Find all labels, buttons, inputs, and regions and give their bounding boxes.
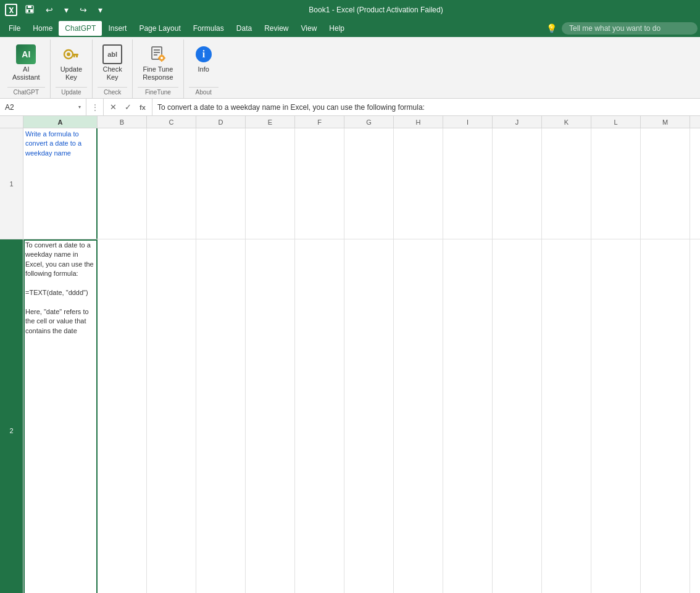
cell-m2[interactable]	[641, 239, 690, 593]
tune-icon	[148, 44, 168, 64]
ribbon-group-chatgpt: AI AI Assistant ChatGPT	[2, 39, 51, 98]
svg-point-15	[160, 57, 163, 59]
customize-button[interactable]: ▾	[94, 4, 106, 16]
name-box-arrow[interactable]: ▾	[78, 104, 81, 110]
ribbon: AI AI Assistant ChatGPT	[0, 37, 700, 99]
menu-chatgpt[interactable]: ChatGPT	[59, 21, 102, 36]
col-header-m[interactable]: M	[641, 116, 690, 128]
cell-l1[interactable]	[591, 128, 641, 239]
info-button[interactable]: i Info	[189, 42, 219, 76]
col-header-d[interactable]: D	[196, 116, 246, 128]
col-header-e[interactable]: E	[246, 116, 295, 128]
svg-rect-9	[73, 56, 75, 57]
undo-button[interactable]: ↩	[42, 4, 57, 16]
key-icon	[61, 44, 81, 64]
cell-j1[interactable]	[493, 128, 542, 239]
cell-k1[interactable]	[542, 128, 591, 239]
col-header-j[interactable]: J	[493, 116, 542, 128]
save-button[interactable]	[21, 3, 38, 17]
abc-icon: abl	[102, 44, 122, 64]
cell-d1[interactable]	[196, 128, 246, 239]
cell-g1[interactable]	[344, 128, 394, 239]
menu-data[interactable]: Data	[230, 21, 258, 36]
col-header-c[interactable]: C	[147, 116, 196, 128]
menu-file[interactable]: File	[2, 21, 27, 36]
ribbon-group-check: abl Check Key Check	[93, 39, 133, 98]
svg-rect-17	[161, 60, 162, 62]
svg-rect-8	[76, 56, 78, 57]
col-header-g[interactable]: G	[344, 116, 394, 128]
cell-c2[interactable]	[147, 239, 196, 593]
name-box[interactable]: A2 ▾	[0, 99, 86, 115]
row-header-1[interactable]: 1	[0, 128, 23, 239]
cell-a2[interactable]: To convert a date to a weekday name in E…	[23, 239, 98, 593]
menu-page-layout[interactable]: Page Layout	[133, 21, 186, 36]
cell-a1[interactable]: Write a formula to convert a date to a w…	[23, 128, 98, 239]
cell-g2[interactable]	[344, 239, 394, 593]
svg-rect-2	[28, 6, 31, 8]
col-header-f[interactable]: F	[295, 116, 344, 128]
menu-review[interactable]: Review	[258, 21, 294, 36]
cell-c1[interactable]	[147, 128, 196, 239]
cancel-formula-button[interactable]: ✕	[106, 101, 120, 114]
col-header-a[interactable]: A	[23, 116, 98, 128]
cell-f1[interactable]	[295, 128, 344, 239]
cell-l2[interactable]	[591, 239, 641, 593]
col-header-k[interactable]: K	[542, 116, 591, 128]
cell-d2[interactable]	[196, 239, 246, 593]
menu-help[interactable]: Help	[323, 21, 351, 36]
svg-rect-19	[164, 57, 165, 59]
svg-rect-4	[28, 10, 30, 12]
menu-formulas[interactable]: Formulas	[187, 21, 230, 36]
cell-b2[interactable]	[98, 239, 147, 593]
check-group-label: Check	[98, 87, 127, 98]
cell-e1[interactable]	[246, 128, 295, 239]
update-key-label: Update Key	[60, 65, 82, 81]
ai-assistant-button[interactable]: AI AI Assistant	[7, 42, 45, 84]
chatgpt-buttons: AI AI Assistant	[7, 39, 45, 86]
col-header-n[interactable]: N	[690, 116, 700, 128]
redo-button[interactable]: ↪	[76, 4, 91, 16]
check-key-button[interactable]: abl Check Key	[98, 42, 127, 84]
row-1: 1 Write a formula to convert a date to a…	[0, 128, 700, 239]
col-header-b[interactable]: B	[98, 116, 147, 128]
finetune-buttons: Fine Tune Response	[138, 39, 178, 86]
col-header-i[interactable]: I	[443, 116, 493, 128]
confirm-formula-button[interactable]: ✓	[121, 101, 135, 114]
cell-i2[interactable]	[443, 239, 493, 593]
col-header-l[interactable]: L	[591, 116, 641, 128]
undo-arrow[interactable]: ▾	[60, 4, 72, 16]
ai-icon: AI	[16, 44, 36, 64]
cell-h2[interactable]	[394, 239, 443, 593]
chatgpt-group-label: ChatGPT	[7, 87, 45, 98]
row-2: 2 To convert a date to a weekday name in…	[0, 239, 700, 593]
cell-n2[interactable]	[690, 239, 700, 593]
menu-insert[interactable]: Insert	[102, 21, 133, 36]
row-header-2[interactable]: 2	[0, 239, 23, 593]
tell-me-input[interactable]	[562, 22, 698, 35]
cell-b1[interactable]	[98, 128, 147, 239]
cell-m1[interactable]	[641, 128, 690, 239]
menu-home[interactable]: Home	[27, 21, 59, 36]
cell-f2[interactable]	[295, 239, 344, 593]
finetune-group-label: FineTune	[138, 87, 178, 98]
update-buttons: Update Key	[56, 39, 87, 86]
cell-j2[interactable]	[493, 239, 542, 593]
update-key-button[interactable]: Update Key	[56, 42, 87, 84]
cell-n1[interactable]	[690, 128, 700, 239]
ai-assistant-label: AI Assistant	[12, 65, 40, 81]
cell-k2[interactable]	[542, 239, 591, 593]
cell-i1[interactable]	[443, 128, 493, 239]
cell-h1[interactable]	[394, 128, 443, 239]
insert-function-button[interactable]: fx	[136, 101, 149, 114]
formula-input[interactable]: To convert a date to a weekday name in E…	[152, 103, 700, 112]
svg-point-6	[67, 52, 70, 56]
cell-e2[interactable]	[246, 239, 295, 593]
update-group-label: Update	[56, 87, 87, 98]
fine-tune-button[interactable]: Fine Tune Response	[138, 42, 178, 84]
col-header-h[interactable]: H	[394, 116, 443, 128]
menu-view[interactable]: View	[295, 21, 323, 36]
cell-a1-content: Write a formula to convert a date to a w…	[25, 130, 94, 158]
svg-rect-16	[161, 54, 162, 56]
ribbon-group-update: Update Key Update	[51, 39, 93, 98]
